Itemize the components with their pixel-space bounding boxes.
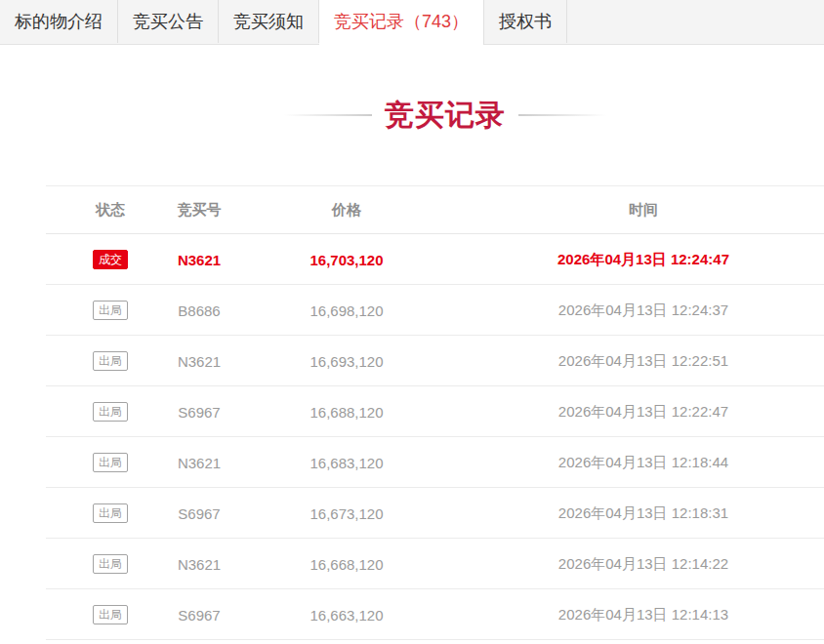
bidder-cell: S6967 [178,606,220,623]
status-badge: 出局 [93,351,128,371]
time-cell: 2026年04月13日 12:18:44 [558,453,728,471]
table-row: 出局 S6967 16,663,120 2026年04月13日 12:14:13 [46,589,824,640]
price-cell: 16,663,120 [309,606,383,623]
time-cell: 2026年04月13日 12:14:22 [558,554,728,573]
time-cell: 2026年04月13日 12:22:47 [558,402,728,421]
status-cell: 出局 [93,554,128,574]
price-cell: 16,698,120 [309,302,383,318]
status-badge: 出局 [93,554,128,574]
table-row: 出局 N3621 16,693,120 2026年04月13日 12:22:51 [46,336,824,386]
tab-auction-notice[interactable]: 竞买公告 [118,0,219,43]
price-cell: 16,693,120 [309,352,383,369]
tab-bar-filler [567,0,824,43]
status-cell: 出局 [93,605,128,624]
table-row: 出局 S6967 16,688,120 2026年04月13日 12:22:47 [46,386,824,437]
header-status: 状态 [96,201,125,220]
section-title-row: 竞买记录 [46,94,824,137]
price-cell: 16,703,120 [309,251,383,267]
bidder-cell: N3621 [178,352,221,369]
bid-records-table: 状态 竞买号 价格 时间 成交 N3621 16,703,120 2026年04… [46,185,824,640]
header-time: 时间 [629,201,658,220]
bidder-cell: N3621 [178,454,221,470]
time-cell: 2026年04月13日 12:14:13 [558,605,728,624]
status-badge: 出局 [93,453,128,472]
status-badge: 成交 [93,250,128,269]
table-row: 出局 N3621 16,683,120 2026年04月13日 12:18:44 [46,437,824,488]
price-cell: 16,688,120 [309,403,383,420]
time-cell: 2026年04月13日 12:22:51 [558,351,728,370]
status-cell: 出局 [93,301,128,320]
status-badge: 出局 [93,301,128,320]
price-cell: 16,673,120 [309,504,383,521]
price-cell: 16,683,120 [309,454,383,470]
status-cell: 出局 [93,453,128,472]
tab-bidding-instructions[interactable]: 竞买须知 [219,0,319,43]
tab-subject-intro[interactable]: 标的物介绍 [0,0,118,43]
bid-records-section: 竞买记录 状态 竞买号 价格 时间 成交 N3621 16,703,120 20… [46,94,824,640]
time-cell: 2026年04月13日 12:24:47 [557,250,729,268]
table-header-row: 状态 竞买号 价格 时间 [46,186,824,234]
table-row: 出局 S6967 16,673,120 2026年04月13日 12:18:31 [46,488,824,539]
status-cell: 出局 [93,402,128,422]
header-price: 价格 [332,201,361,220]
status-badge: 出局 [93,605,128,624]
table-row: 出局 B8686 16,698,120 2026年04月13日 12:24:37 [46,285,824,336]
price-cell: 16,668,120 [309,555,383,572]
bidder-cell: N3621 [178,555,221,572]
status-cell: 出局 [93,503,128,523]
title-decor-line-left [284,114,372,116]
bidder-cell: S6967 [178,504,220,521]
bidder-cell: S6967 [178,403,220,420]
status-badge: 出局 [93,503,128,523]
title-decor-line-right [518,114,606,116]
tab-bar: 标的物介绍 竞买公告 竞买须知 竞买记录（743） 授权书 [0,0,824,45]
tab-authorization[interactable]: 授权书 [484,0,567,43]
status-badge: 出局 [93,402,128,422]
page-title: 竞买记录 [385,94,506,137]
status-cell: 出局 [93,351,128,371]
table-row: 出局 N3621 16,668,120 2026年04月13日 12:14:22 [46,539,824,589]
tab-bid-records[interactable]: 竞买记录（743） [319,0,484,45]
bidder-cell: N3621 [178,251,221,267]
table-row: 成交 N3621 16,703,120 2026年04月13日 12:24:47 [46,234,824,285]
header-bidder-number: 竞买号 [178,201,222,220]
status-cell: 成交 [93,250,128,269]
bidder-cell: B8686 [178,302,220,318]
time-cell: 2026年04月13日 12:18:31 [558,503,728,522]
time-cell: 2026年04月13日 12:24:37 [558,301,728,319]
